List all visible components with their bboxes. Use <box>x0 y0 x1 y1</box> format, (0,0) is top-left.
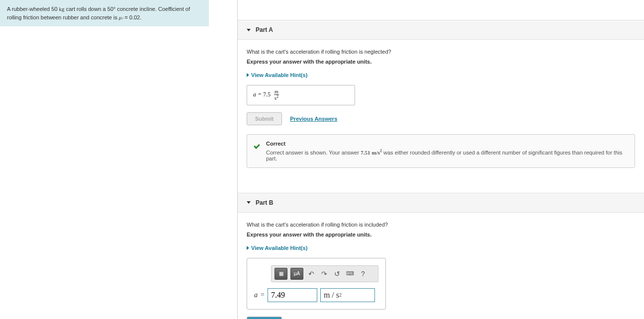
var-label: a <box>254 291 258 299</box>
part-a-answer-display: a = 7.5 m s2 <box>247 85 355 105</box>
caret-down-icon <box>247 201 251 204</box>
equation-toolbar: ▦ μA ↶ ↷ ↺ ⌨ ? <box>271 265 378 282</box>
part-b-unit-input[interactable]: m / s2 <box>320 288 375 302</box>
check-icon <box>254 141 261 148</box>
part-b-question: What is the cart's acceleration if rolli… <box>247 222 635 228</box>
part-a-instruction: Express your answer with the appropriate… <box>247 59 635 65</box>
feedback-correct-title: Correct <box>266 141 628 147</box>
caret-down-icon <box>247 29 251 31</box>
reset-icon[interactable]: ↺ <box>332 269 342 279</box>
unit-exp: 2 <box>339 292 342 298</box>
problem-text: A rubber-wheeled 50 <box>7 6 59 12</box>
feedback-correct-text: Correct answer is shown. Your answer 7.5… <box>266 149 628 161</box>
part-b-value-input[interactable] <box>268 288 317 302</box>
part-a-hints-toggle[interactable]: View Available Hint(s) <box>247 72 307 78</box>
part-a-feedback: Correct Correct answer is shown. Your an… <box>247 134 635 168</box>
part-a-question: What is the cart's acceleration if rolli… <box>247 49 635 55</box>
fb-unit: m/s <box>371 150 380 156</box>
keyboard-icon[interactable]: ⌨ <box>345 269 355 279</box>
unit-fraction: m s2 <box>274 89 279 101</box>
part-b-header[interactable]: Part B <box>238 193 644 213</box>
caret-right-icon <box>247 246 249 250</box>
fb-text-before: Correct answer is shown. Your answer <box>266 150 361 156</box>
mu-button[interactable]: μA <box>290 268 303 280</box>
eq-sign: = <box>261 291 265 299</box>
redo-icon[interactable]: ↷ <box>319 269 329 279</box>
problem-statement: A rubber-wheeled 50 kg cart rolls down a… <box>0 0 209 26</box>
part-a-title: Part A <box>256 26 273 33</box>
part-a-header[interactable]: Part A <box>238 20 644 40</box>
mass-unit: kg <box>59 6 65 12</box>
eq-sign: = <box>256 91 263 98</box>
mu-value: = 0.02. <box>123 14 142 20</box>
part-b-instruction: Express your answer with the appropriate… <box>247 232 635 238</box>
caret-right-icon <box>247 73 249 77</box>
help-icon[interactable]: ? <box>358 269 368 279</box>
part-a-value: 7.5 <box>263 91 271 98</box>
part-b-title: Part B <box>256 199 273 206</box>
hints-label: View Available Hint(s) <box>251 245 307 251</box>
templates-button[interactable]: ▦ <box>275 268 287 280</box>
part-b-input-panel: ▦ μA ↶ ↷ ↺ ⌨ ? a = m / s2 <box>247 258 386 310</box>
fb-user-value: 7.51 <box>361 150 370 156</box>
unit-text: m / s <box>324 291 339 300</box>
hints-label: View Available Hint(s) <box>251 72 307 78</box>
part-a-previous-answers-link[interactable]: Previous Answers <box>290 116 337 122</box>
part-a-submit-button: Submit <box>247 112 282 125</box>
part-b-submit-button[interactable]: Submit <box>247 317 282 319</box>
mu-symbol: μᵣ <box>119 14 123 20</box>
undo-icon[interactable]: ↶ <box>306 269 316 279</box>
part-b-hints-toggle[interactable]: View Available Hint(s) <box>247 245 307 251</box>
unit-exponent: 2 <box>276 94 278 99</box>
